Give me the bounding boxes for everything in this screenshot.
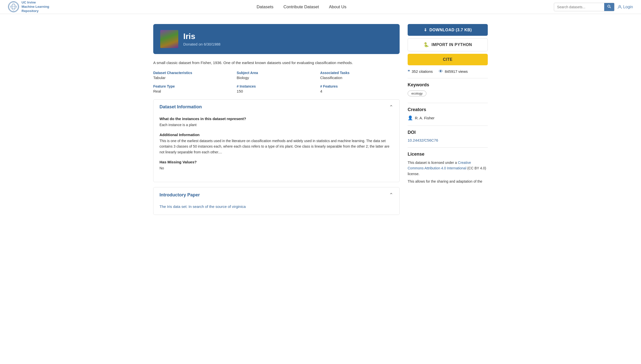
intro-paper-body: The Iris data set: In search of the sour… bbox=[153, 202, 399, 215]
info-block-additional: Additional Information This is one of th… bbox=[159, 133, 393, 155]
search-button[interactable] bbox=[604, 3, 614, 11]
dataset-info-section: Dataset Information ⌃ What do the instan… bbox=[153, 99, 400, 182]
logo-icon bbox=[8, 1, 19, 12]
meta-tasks: Associated Tasks Classification bbox=[320, 71, 400, 80]
paper-link[interactable]: The Iris data set: In search of the sour… bbox=[159, 204, 246, 209]
license-title: License bbox=[408, 152, 488, 157]
left-column: Iris Donated on 6/30/1988 A small classi… bbox=[153, 24, 400, 220]
logo[interactable]: UC Irvine Machine Learning Repository bbox=[8, 1, 49, 13]
search-box bbox=[554, 3, 614, 11]
main-container: Iris Donated on 6/30/1988 A small classi… bbox=[145, 14, 496, 235]
meta-features: # Features 4 bbox=[320, 84, 400, 93]
search-input[interactable] bbox=[554, 4, 604, 11]
svg-line-5 bbox=[610, 7, 611, 8]
keywords-title: Keywords bbox=[408, 82, 488, 88]
nav-contribute[interactable]: Contribute Dataset bbox=[283, 5, 319, 10]
keyword-tag[interactable]: ecology bbox=[408, 91, 426, 96]
download-button[interactable]: ⇓ DOWNLOAD (3.7 KB) bbox=[408, 24, 488, 36]
creator-item: 👤 R. A. Fisher bbox=[408, 115, 488, 121]
header: UC Irvine Machine Learning Repository Da… bbox=[0, 0, 641, 14]
license-text: This dataset is licensed under a Creativ… bbox=[408, 160, 488, 177]
doi-title: DOI bbox=[408, 130, 488, 135]
dataset-description: A small classic dataset from Fisher, 193… bbox=[153, 60, 400, 66]
divider-4 bbox=[408, 147, 488, 148]
views-icon: 👁 bbox=[439, 69, 443, 74]
import-button[interactable]: 🐍 IMPORT IN PYTHON bbox=[408, 38, 488, 51]
nav-datasets[interactable]: Datasets bbox=[257, 5, 273, 10]
keywords-block: Keywords ecology bbox=[408, 82, 488, 98]
meta-subject: Subject Area Biology bbox=[237, 71, 316, 80]
info-block-instances: What do the instances in this dataset re… bbox=[159, 117, 393, 128]
citations-stat: ❝ 352 citations bbox=[408, 69, 433, 74]
header-right: Login bbox=[554, 3, 633, 11]
chevron-up-icon: ⌃ bbox=[389, 104, 393, 110]
meta-grid: Dataset Characteristics Tabular Subject … bbox=[153, 71, 400, 93]
citation-icon: ❝ bbox=[408, 69, 410, 74]
views-stat: 👁 845917 views bbox=[439, 69, 468, 74]
download-icon: ⇓ bbox=[424, 28, 427, 32]
divider-2 bbox=[408, 103, 488, 103]
dataset-header-card: Iris Donated on 6/30/1988 bbox=[153, 24, 400, 54]
python-icon: 🐍 bbox=[423, 42, 429, 48]
meta-instances: # Instances 150 bbox=[237, 84, 316, 93]
dataset-title: Iris bbox=[183, 32, 220, 41]
intro-paper-header[interactable]: Introductory Paper ⌃ bbox=[153, 187, 399, 202]
meta-feature-type: Feature Type Real bbox=[153, 84, 233, 93]
divider-1 bbox=[408, 78, 488, 78]
dataset-info-body: What do the instances in this dataset re… bbox=[153, 115, 399, 182]
login-button[interactable]: Login bbox=[617, 5, 633, 9]
creators-block: Creators 👤 R. A. Fisher bbox=[408, 107, 488, 121]
creators-title: Creators bbox=[408, 107, 488, 112]
meta-characteristics: Dataset Characteristics Tabular bbox=[153, 71, 233, 80]
info-block-missing: Has Missing Values? No bbox=[159, 160, 393, 171]
chevron-up-icon-2: ⌃ bbox=[389, 192, 393, 198]
license-text-2: This allows for the sharing and adaptati… bbox=[408, 179, 488, 184]
meta-section: A small classic dataset from Fisher, 193… bbox=[153, 60, 400, 93]
main-nav: Datasets Contribute Dataset About Us bbox=[257, 5, 347, 10]
dataset-header-info: Iris Donated on 6/30/1988 bbox=[183, 32, 220, 46]
dataset-info-header[interactable]: Dataset Information ⌃ bbox=[153, 100, 399, 115]
sidebar: ⇓ DOWNLOAD (3.7 KB) 🐍 IMPORT IN PYTHON C… bbox=[408, 24, 488, 220]
license-block: License This dataset is licensed under a… bbox=[408, 152, 488, 184]
person-icon: 👤 bbox=[408, 115, 413, 121]
nav-about[interactable]: About Us bbox=[329, 5, 347, 10]
dataset-donated: Donated on 6/30/1988 bbox=[183, 42, 220, 46]
logo-text: UC Irvine Machine Learning Repository bbox=[22, 1, 49, 13]
intro-paper-section: Introductory Paper ⌃ The Iris data set: … bbox=[153, 187, 400, 215]
dataset-info-title: Dataset Information bbox=[159, 104, 202, 110]
intro-paper-title: Introductory Paper bbox=[159, 192, 200, 198]
doi-link[interactable]: 10.24432/C56C76 bbox=[408, 138, 438, 142]
svg-point-4 bbox=[608, 5, 610, 7]
dataset-thumbnail bbox=[160, 30, 178, 48]
divider-3 bbox=[408, 126, 488, 126]
cite-button[interactable]: CITE bbox=[408, 54, 488, 65]
doi-block: DOI 10.24432/C56C76 bbox=[408, 130, 488, 142]
sidebar-stats: ❝ 352 citations 👁 845917 views bbox=[408, 69, 488, 74]
